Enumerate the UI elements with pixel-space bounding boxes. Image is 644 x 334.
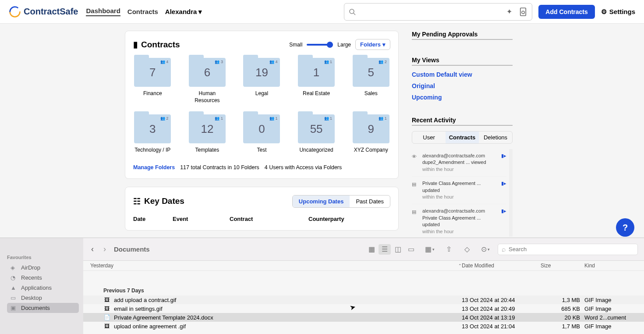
finder-search[interactable]: ⌕ (498, 244, 638, 255)
folder-share-count: 👥 1 (324, 60, 333, 64)
col-kind-header[interactable]: Kind (584, 263, 637, 269)
search-input[interactable] (356, 8, 503, 15)
activity-open-icon[interactable]: ▮▸ (501, 208, 506, 235)
folder-item[interactable]: 👥 1 9 XYZ Company (351, 114, 390, 154)
file-row[interactable]: 📄Private Agreement Template 2024.docx 14… (83, 313, 644, 322)
folder-size-slider[interactable] (307, 44, 333, 46)
activity-time: within the hour (422, 228, 497, 235)
file-kind: GIF Image (584, 297, 637, 303)
help-fab[interactable]: ? (616, 218, 634, 237)
gallery-view-button[interactable]: ▭ (405, 244, 417, 255)
activity-tab-deletions[interactable]: Deletions (479, 131, 512, 143)
size-large-label: Large (337, 42, 351, 48)
col-name-header[interactable]: Yesterday (90, 263, 113, 269)
sidebar-fav-item[interactable]: ▭Desktop (7, 293, 79, 303)
size-small-label: Small (289, 42, 302, 48)
folder-item[interactable]: 👥 1 0 Test (242, 114, 281, 154)
col-modified-header[interactable]: Date Modified (462, 263, 541, 269)
settings-label: Settings (609, 8, 635, 15)
file-row[interactable]: 🖼upload online agreement .gif 13 Oct 202… (83, 322, 644, 330)
file-size: 1,3 MB (541, 297, 584, 303)
nav-contracts[interactable]: Contracts (127, 8, 158, 15)
col-size-header[interactable]: Size (541, 263, 584, 269)
manage-folders-link[interactable]: Manage Folders (133, 164, 175, 171)
folder-share-count: 👥 1 (379, 116, 387, 121)
folder-item[interactable]: 👥 1 1 Real Estate (297, 58, 336, 104)
logo-mark-icon (9, 6, 21, 18)
folder-item[interactable]: 👥 1 55 Uncategorized (297, 114, 336, 154)
folder-icon: ▮ (133, 39, 138, 50)
settings-link[interactable]: ⚙ Settings (601, 8, 635, 16)
doc-search-icon[interactable] (519, 7, 527, 16)
forward-arrow-icon[interactable]: › (102, 245, 108, 254)
share-button[interactable]: ⇧ (442, 244, 455, 255)
fav-icon: ◈ (11, 264, 18, 271)
brand-logo[interactable]: ContractSafe (9, 6, 78, 18)
folder-icon: 👥 1 1 (298, 58, 335, 87)
icon-view-button[interactable]: ▦ (365, 244, 378, 255)
folder-label: Legal (255, 90, 268, 97)
file-kind: GIF Image (584, 306, 637, 312)
contracts-summary-1: 117 total Contracts in 10 Folders (180, 164, 259, 171)
finder-title: Documents (114, 245, 150, 253)
folder-item[interactable]: 👥 4 7 Finance (133, 58, 172, 104)
col-date: Date (133, 216, 173, 222)
activity-tab-user[interactable]: User (412, 131, 446, 143)
tags-button[interactable]: ◇ (461, 244, 473, 255)
column-view-button[interactable]: ◫ (392, 244, 404, 255)
view-link[interactable]: Original (412, 82, 513, 89)
file-row[interactable]: 🖼email in settings.gif 13 Oct 2024 at 20… (83, 304, 644, 313)
sidebar-fav-item[interactable]: ▣Documents (7, 303, 79, 313)
recent-activity-title: Recent Activity (412, 117, 513, 126)
sidebar-fav-item[interactable]: ◔Recents (7, 273, 79, 283)
view-link[interactable]: Upcoming (412, 94, 513, 101)
folder-icon: 👥 4 19 (243, 58, 280, 87)
global-search[interactable]: ✦ (344, 3, 532, 21)
file-name: upload online agreement .gif (114, 323, 186, 330)
file-type-icon: 🖼 (103, 296, 110, 303)
folder-label: Human Resources (188, 90, 227, 104)
file-modified: 13 Oct 2024 at 21:04 (462, 323, 541, 330)
sort-caret-icon[interactable]: ⌃ (458, 263, 462, 268)
fav-label: Documents (21, 305, 50, 311)
folder-item[interactable]: 👥 2 3 Technology / IP (133, 114, 172, 154)
list-view-button[interactable]: ☰ (379, 244, 391, 255)
nav-user-menu[interactable]: Alexandra ▾ (165, 8, 202, 16)
sidebar-fav-item[interactable]: ▲Applications (7, 283, 79, 293)
brand-name: ContractSafe (24, 7, 78, 17)
file-type-icon: 🖼 (103, 323, 110, 330)
activity-item[interactable]: ▤ alexandra@contractsafe.com Private Cla… (412, 204, 506, 237)
group-dropdown[interactable]: ▦ ▾ (423, 245, 436, 253)
folder-icon: 👥 1 12 (189, 114, 226, 143)
file-row[interactable]: 🖼add upload a contract.gif 13 Oct 2024 a… (83, 295, 644, 304)
folder-item[interactable]: 👥 2 5 Sales (351, 58, 390, 104)
file-modified: 13 Oct 2024 at 20:44 (462, 297, 541, 303)
fav-label: Desktop (21, 295, 42, 301)
activity-item[interactable]: 👁 alexandra@contractsafe.com dupe2_Amend… (412, 149, 506, 177)
activity-tab-contracts[interactable]: Contracts (446, 131, 479, 143)
nav-dashboard[interactable]: Dashboard (86, 7, 120, 16)
sidebar-fav-item[interactable]: ◈AirDrop (7, 263, 79, 273)
add-contracts-button[interactable]: Add Contracts (538, 5, 594, 19)
view-link[interactable]: Custom Default view (412, 71, 513, 78)
past-dates-tab[interactable]: Past Dates (350, 195, 390, 207)
upcoming-dates-tab[interactable]: Upcoming Dates (293, 195, 350, 207)
svg-point-5 (522, 11, 524, 14)
col-event: Event (173, 216, 230, 222)
folder-item[interactable]: 👥 3 6 Human Resources (188, 58, 227, 104)
folder-item[interactable]: 👥 1 12 Templates (188, 114, 227, 154)
folder-icon: 👥 1 9 (353, 114, 389, 143)
folders-dropdown[interactable]: Folders ▾ (355, 39, 390, 50)
folder-item[interactable]: 👥 4 19 Legal (242, 58, 281, 104)
activity-type-icon: ▤ (412, 209, 418, 235)
activity-time: within the hour (422, 166, 497, 173)
back-arrow-icon[interactable]: ‹ (89, 245, 96, 254)
activity-open-icon[interactable]: ▮▸ (501, 153, 506, 173)
activity-open-icon[interactable]: ▮▸ (501, 180, 506, 200)
finder-search-input[interactable] (509, 246, 634, 252)
activity-item[interactable]: ▤ Private Class Agreement ... updated wi… (412, 177, 506, 204)
folder-label: Real Estate (303, 90, 330, 97)
actions-dropdown[interactable]: ⊙ ▾ (479, 245, 492, 253)
ai-sparkle-icon[interactable]: ✦ (506, 7, 515, 16)
file-modified: 14 Oct 2024 at 13:19 (462, 314, 541, 321)
